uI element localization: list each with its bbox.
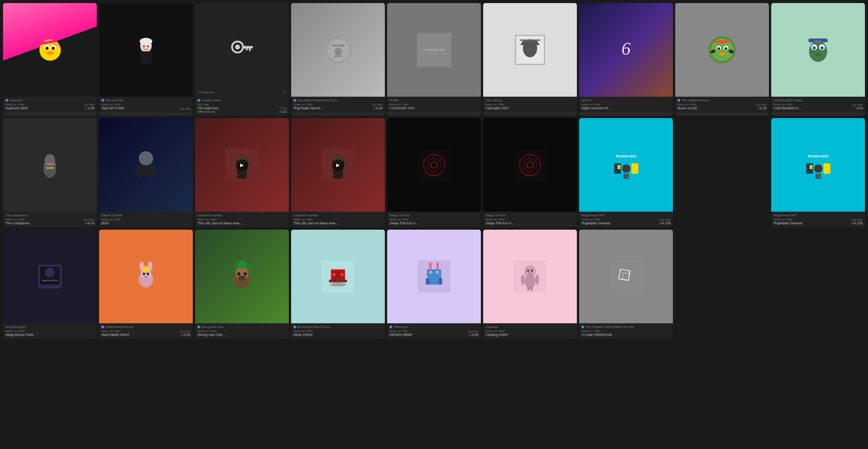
svg-point-112 [144, 276, 148, 279]
card-swipa-1[interactable]: SWIPA THE FOX Swipa The Fox Make an Offe… [387, 118, 481, 227]
collection-label: The Fungible Open Editions by Pak [581, 325, 671, 329]
svg-point-138 [436, 272, 438, 273]
svg-rect-16 [242, 46, 253, 48]
svg-point-49 [815, 53, 821, 57]
svg-point-48 [820, 46, 824, 49]
price-label: Top Offer [371, 104, 383, 106]
svg-point-111 [147, 272, 149, 275]
price-label: Top Offer [852, 219, 863, 221]
card-degen[interactable]: NiftyDegen Make an Offer DEGEN #8589 Top… [387, 230, 481, 339]
price-label: Top Offer [852, 104, 863, 106]
nft-name: Clayling #2997 [485, 333, 508, 337]
nft-name: Mad Rabbit #3647 [101, 333, 130, 337]
card-companion[interactable]: COMING SOON The Companion Make an Offer … [3, 118, 97, 227]
card-rabbit[interactable]: MadRabbitsRiotClub Make an Offer Mad Rab… [99, 230, 193, 339]
svg-point-12 [147, 45, 149, 47]
svg-rect-31 [519, 39, 540, 41]
svg-point-151 [521, 274, 525, 285]
price-value: ♦ 0.14 [83, 221, 94, 225]
card-ape[interactable]: Strong Ape Club Make an Offer Strong Ape… [195, 230, 289, 339]
svg-rect-122 [238, 261, 246, 264]
nft-name: Sad Girl #7460 [101, 106, 124, 110]
nft-name: RugRadio Genesis [581, 221, 611, 225]
card-sadgirl[interactable]: Sad Girls Bar Make an Offer Sad Girl #74… [99, 3, 193, 116]
svg-rect-91 [612, 169, 614, 172]
svg-rect-129 [329, 280, 347, 282]
card-cyborg[interactable]: C86 Cyborg Make an Offer Cyborg86 #267 [483, 3, 577, 116]
action-label: Make an Offer [774, 103, 804, 106]
action-label: Make an Offer [197, 329, 228, 333]
svg-point-10 [140, 38, 152, 45]
collection-label: The Indifferent Duck [677, 99, 767, 102]
eth-icon: ♦ [85, 222, 87, 225]
svg-point-150 [528, 272, 532, 274]
action-label: Make an Offer [485, 329, 508, 333]
svg-rect-144 [437, 262, 438, 265]
svg-point-147 [525, 274, 535, 289]
nft-name: Swipa The Fox #1359 [485, 221, 516, 225]
svg-rect-143 [430, 262, 431, 265]
svg-rect-155 [610, 260, 642, 293]
verified-dot [101, 326, 104, 328]
nft-name: Digitz Genesis #1756 [581, 106, 612, 110]
collection-label: NiftyDegen [389, 325, 479, 329]
collection-label: Blockchain Miners Club [293, 325, 383, 329]
svg-text:I CHOOSE YOU: I CHOOSE YOU [423, 48, 445, 51]
nft-name: BOG [101, 221, 121, 225]
nft-name: DEGEN #8589 [389, 333, 412, 337]
card-roma[interactable]: I CHOOSE YOU ROMA Make an Offer I CHOOSE… [387, 3, 481, 116]
card-miner[interactable]: Blockchain Miners Club Make an Offer Min… [291, 230, 385, 339]
svg-rect-96 [823, 163, 830, 173]
collection-label: Cold Blooded Creepz [774, 99, 863, 102]
collection-label: C86 Cyborg [485, 99, 575, 102]
nft-name: The Data Key [197, 106, 218, 110]
svg-text:SWIPA THE FOX: SWIPA THE FOX [524, 175, 536, 177]
card-bonus[interactable]: Mega Bonus Pack NetvrkBonuses Make an Of… [3, 230, 97, 339]
card-creepz[interactable]: HYLO Cold Blooded Creepz Make an Offer C… [771, 3, 865, 116]
nft-name: SupDuck 9953 [5, 106, 28, 110]
play-button[interactable]: ▶ [236, 159, 248, 171]
card-indifferent-duck[interactable]: The Indifferent Duck Make an Offer Bravo… [675, 3, 769, 116]
verified-dot [581, 326, 584, 328]
collection-label: ROMA [389, 99, 479, 102]
card-ruggenesis-1[interactable]: RUGRADIO ° RugGenesis NFT Make an Offer [579, 118, 673, 227]
play-button[interactable]: ▶ [332, 159, 344, 171]
svg-point-118 [238, 276, 246, 281]
price-label: Top Offer [83, 219, 94, 221]
svg-text:6: 6 [622, 39, 631, 58]
svg-point-3 [46, 47, 49, 50]
card-rugradio-pass[interactable]: Rug Radio MEMBER Rug Radio Membership Pa… [291, 3, 385, 116]
action-label: Make an Offer [5, 329, 33, 333]
card-cube[interactable]: The Fungible Open Editions by Pak Make a… [579, 230, 673, 339]
svg-text:RUGRADIO: RUGRADIO [616, 154, 637, 158]
card-babies-of-gods[interactable]: Babies of Gods Make an Offer BOG [99, 118, 193, 227]
action-label: Make an Offer [581, 103, 612, 106]
svg-rect-69 [351, 149, 352, 181]
nft-name: RugRadio Genesis [774, 221, 803, 225]
svg-point-110 [143, 272, 145, 275]
svg-point-117 [244, 272, 247, 276]
eth-icon: ♦ [85, 107, 87, 110]
card-lbl-2[interactable]: ▶ Laid Back Llamas Make an Offer This LB… [291, 118, 385, 227]
svg-rect-153 [528, 287, 529, 291]
nft-name: Swipa The Fox #1235 [389, 221, 420, 225]
eth-icon: ♦ [469, 333, 471, 337]
action-label: Make an Offer [677, 103, 697, 106]
nft-name: Cyborg86 #267 [485, 106, 509, 110]
svg-marker-30 [520, 41, 540, 45]
svg-rect-89 [623, 173, 629, 179]
svg-rect-18 [246, 49, 248, 50]
card-clayling[interactable]: Claylings Make an Offer Clayling #2997 [483, 230, 577, 339]
action-label: Make an Offer [101, 218, 121, 221]
card-ruggenesis-2[interactable]: RUGRADIO ° RugGenesis NFT Make an Offer [771, 118, 865, 227]
svg-point-148 [527, 270, 529, 272]
nft-grid: SupDucks Make an Offer SupDuck 9953 Top … [3, 3, 865, 339]
verified-dot [197, 99, 200, 102]
card-digitz[interactable]: 6 DIGITZ Make an Offer Digitz Genesis #1… [579, 3, 673, 116]
collection-label: MadRabbitsRiotClub [101, 325, 191, 329]
card-datakey[interactable]: ••• The Data Key Frontier Game For Sale … [195, 3, 289, 116]
verified-dot [293, 326, 296, 328]
card-supduck[interactable]: SupDucks Make an Offer SupDuck 9953 Top … [3, 3, 97, 116]
card-swipa-2[interactable]: SWIPA THE FOX Swipa The Fox Make an Offe… [483, 118, 577, 227]
card-lbl-1[interactable]: ▶ Laid Back Llamas Make an Offer This LB… [195, 118, 289, 227]
